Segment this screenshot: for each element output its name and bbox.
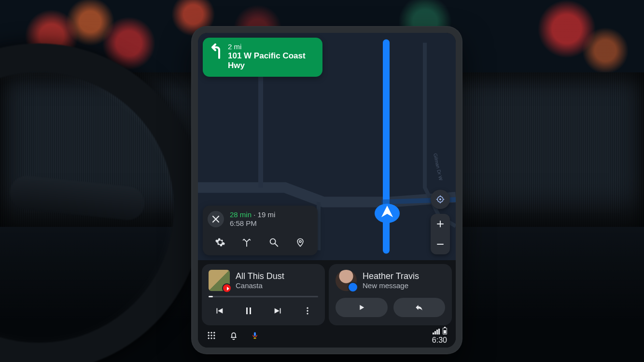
infotainment-device-frame: Gilman Dr W 2 mi xyxy=(191,26,462,354)
minus-icon xyxy=(436,240,444,248)
media-card[interactable]: All This Dust Canasta xyxy=(202,264,325,325)
sender-avatar xyxy=(336,270,357,291)
svg-point-4 xyxy=(299,240,301,242)
next-track-button[interactable] xyxy=(267,302,289,320)
notifications-button[interactable] xyxy=(229,330,238,343)
play-icon xyxy=(357,303,366,312)
turn-road-name: 101 W Pacific Coast Hwy xyxy=(228,51,315,71)
apps-grid-icon xyxy=(207,331,216,340)
close-icon xyxy=(212,215,220,223)
svg-point-7 xyxy=(307,307,308,309)
message-card[interactable]: Heather Travis New message xyxy=(329,264,452,325)
eta-panel: 28 min · 19 mi 6:58 PM xyxy=(203,206,318,255)
track-title: All This Dust xyxy=(236,271,284,281)
svg-point-10 xyxy=(208,332,210,334)
reply-icon xyxy=(414,303,424,312)
gear-icon xyxy=(215,237,225,248)
svg-point-6 xyxy=(439,198,441,200)
svg-point-9 xyxy=(307,313,308,314)
infotainment-screen: Gilman Dr W 2 mi xyxy=(198,33,456,348)
media-more-button[interactable] xyxy=(297,302,318,320)
message-status: New message xyxy=(363,281,419,290)
turn-distance: 2 mi xyxy=(228,42,315,51)
app-launcher-button[interactable] xyxy=(207,331,216,342)
end-navigation-button[interactable] xyxy=(208,211,224,227)
zoom-in-button[interactable] xyxy=(431,214,450,234)
track-artist: Canasta xyxy=(236,281,284,290)
recenter-button[interactable] xyxy=(431,190,450,209)
pause-icon xyxy=(243,305,254,317)
voice-assistant-button[interactable] xyxy=(251,330,259,343)
bell-icon xyxy=(229,330,238,341)
nav-search-button[interactable] xyxy=(263,234,284,251)
sender-name: Heather Travis xyxy=(363,271,419,281)
svg-point-16 xyxy=(208,337,210,339)
navigation-map[interactable]: Gilman Dr W 2 mi xyxy=(198,33,456,260)
turn-left-icon xyxy=(209,43,222,61)
svg-point-14 xyxy=(210,334,212,336)
next-turn-card[interactable]: 2 mi 101 W Pacific Coast Hwy xyxy=(203,38,322,77)
zoom-out-button[interactable] xyxy=(431,234,450,254)
widget-row: All This Dust Canasta xyxy=(198,260,456,325)
svg-point-15 xyxy=(213,334,215,336)
eta-arrival-time: 6:58 PM xyxy=(230,219,275,227)
status-bar-clock: 6:30 xyxy=(432,336,447,344)
svg-point-18 xyxy=(213,337,215,339)
battery-icon xyxy=(443,328,447,334)
search-icon xyxy=(268,237,279,248)
more-vert-icon xyxy=(303,306,312,316)
skip-next-icon xyxy=(273,306,283,316)
svg-point-13 xyxy=(208,334,210,336)
crosshair-icon xyxy=(435,195,445,204)
eta-separator: · xyxy=(253,210,255,219)
album-art xyxy=(209,270,230,291)
svg-point-8 xyxy=(307,310,308,311)
plus-icon xyxy=(436,220,444,228)
routes-icon xyxy=(241,237,252,248)
cell-signal-icon xyxy=(433,329,440,334)
nav-settings-button[interactable] xyxy=(210,234,231,251)
svg-point-3 xyxy=(270,239,275,244)
location-pin-icon xyxy=(295,237,305,248)
skip-previous-icon xyxy=(214,306,224,316)
svg-point-17 xyxy=(210,337,212,339)
pause-button[interactable] xyxy=(238,302,259,320)
microphone-icon xyxy=(251,330,259,341)
playback-progress[interactable] xyxy=(209,296,318,297)
eta-duration: 28 min xyxy=(230,210,252,219)
svg-point-11 xyxy=(210,332,212,334)
status-icons xyxy=(433,329,447,334)
svg-point-12 xyxy=(213,332,215,334)
play-message-button[interactable] xyxy=(336,298,388,317)
reply-button[interactable] xyxy=(393,298,446,317)
alternate-routes-button[interactable] xyxy=(236,234,257,251)
car-interior-background: Gilman Dr W 2 mi xyxy=(0,0,644,362)
zoom-controls xyxy=(431,214,450,254)
system-bar: 6:30 xyxy=(198,325,456,348)
eta-distance: 19 mi xyxy=(258,210,276,219)
svg-rect-19 xyxy=(254,332,256,336)
previous-track-button[interactable] xyxy=(209,302,230,320)
nav-places-button[interactable] xyxy=(290,234,311,251)
current-location-marker xyxy=(372,197,403,230)
